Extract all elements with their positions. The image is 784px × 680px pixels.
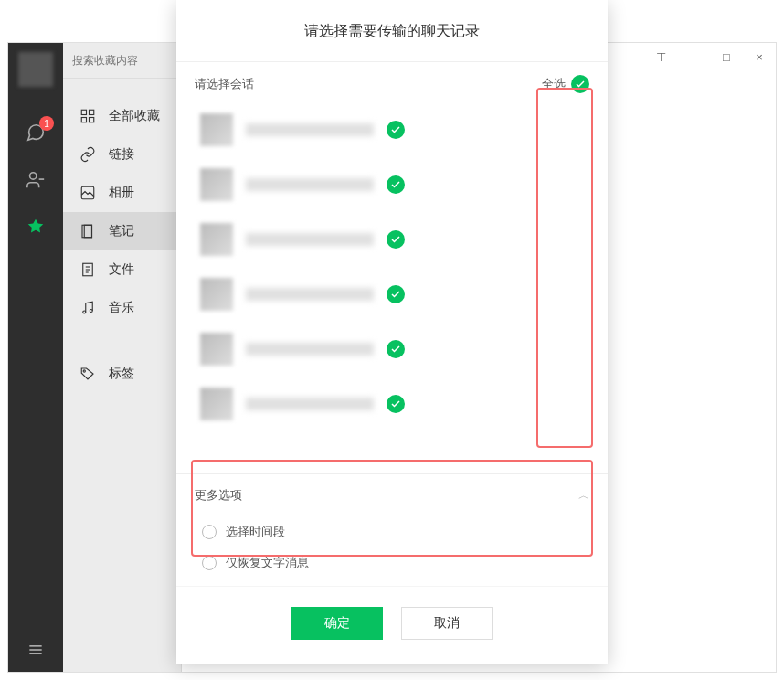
dialog-title: 请选择需要传输的聊天记录 — [176, 0, 608, 62]
nav-all-favorites[interactable]: 全部收藏 — [63, 97, 181, 135]
svg-rect-7 — [90, 118, 94, 122]
check-icon[interactable] — [387, 395, 405, 413]
select-all-label: 全选 — [542, 76, 566, 92]
nav-label: 全部收藏 — [109, 108, 160, 124]
nav-label: 音乐 — [109, 300, 134, 316]
confirm-button[interactable]: 确定 — [291, 607, 383, 640]
category-sidebar: 全部收藏 链接 相册 笔记 文件 音乐 — [63, 43, 182, 672]
menu-icon[interactable] — [26, 641, 45, 659]
svg-point-0 — [30, 173, 37, 179]
radio-icon — [202, 556, 217, 570]
svg-rect-6 — [81, 118, 86, 122]
nav-label: 链接 — [109, 146, 134, 163]
conversation-item[interactable] — [176, 322, 608, 377]
option-text-only[interactable]: 仅恢复文字消息 — [195, 547, 589, 579]
check-icon[interactable] — [387, 175, 405, 194]
chat-badge: 1 — [39, 116, 54, 131]
check-icon[interactable] — [387, 230, 405, 249]
search-box — [63, 43, 181, 79]
chat-icon[interactable]: 1 — [25, 122, 47, 143]
conversation-item[interactable] — [176, 157, 608, 212]
option-time-range[interactable]: 选择时间段 — [195, 516, 589, 547]
nav-files[interactable]: 文件 — [63, 250, 181, 289]
minimize-button[interactable]: — — [677, 43, 710, 70]
select-all-toggle[interactable]: 全选 — [542, 75, 589, 93]
conversation-name-blurred — [246, 288, 374, 301]
svg-rect-4 — [81, 110, 86, 114]
favorites-icon[interactable] — [25, 217, 47, 239]
conversation-name-blurred — [246, 398, 374, 410]
conversation-avatar — [200, 388, 233, 420]
conversation-name-blurred — [246, 178, 374, 191]
select-conversation-label: 请选择会话 — [195, 76, 254, 92]
option-label: 仅恢复文字消息 — [226, 555, 309, 571]
nav-label: 文件 — [109, 261, 134, 278]
conversation-avatar — [200, 223, 233, 256]
close-button[interactable]: × — [743, 43, 776, 70]
check-icon — [571, 75, 589, 93]
conversation-list — [176, 102, 608, 473]
check-icon[interactable] — [387, 340, 405, 358]
nav-label: 笔记 — [109, 223, 134, 239]
conversation-name-blurred — [246, 123, 374, 136]
nav-tags[interactable]: 标签 — [63, 355, 181, 393]
more-options-header[interactable]: 更多选项 ︿ — [195, 487, 589, 504]
conversation-avatar — [200, 333, 233, 366]
dialog-footer: 确定 取消 — [176, 586, 608, 664]
check-icon[interactable] — [387, 285, 405, 303]
cancel-button[interactable]: 取消 — [401, 607, 493, 640]
conversation-avatar — [200, 168, 233, 201]
radio-icon — [202, 525, 217, 539]
more-options-label: 更多选项 — [195, 487, 242, 504]
nav-album[interactable]: 相册 — [63, 174, 181, 212]
search-input[interactable] — [72, 50, 172, 70]
pin-button[interactable]: ⊤ — [644, 43, 677, 70]
chevron-up-icon: ︿ — [578, 488, 589, 504]
nav-label: 标签 — [109, 366, 134, 382]
nav-music[interactable]: 音乐 — [63, 289, 181, 327]
svg-point-17 — [83, 370, 85, 372]
nav-notes[interactable]: 笔记 — [63, 212, 181, 250]
maximize-button[interactable]: □ — [710, 43, 743, 70]
left-nav-bar: 1 — [8, 43, 63, 672]
conversation-avatar — [200, 278, 233, 311]
svg-rect-9 — [82, 225, 92, 238]
nav-links[interactable]: 链接 — [63, 135, 181, 174]
window-controls: ⊤ — □ × — [644, 43, 776, 70]
svg-rect-5 — [90, 110, 94, 114]
conversation-header: 请选择会话 全选 — [176, 62, 608, 102]
check-icon[interactable] — [387, 121, 405, 139]
contacts-icon[interactable] — [25, 169, 47, 191]
conversation-item[interactable] — [176, 267, 608, 322]
nav-label: 相册 — [109, 185, 134, 201]
svg-point-16 — [90, 310, 92, 313]
svg-rect-10 — [84, 225, 91, 238]
conversation-name-blurred — [246, 343, 374, 356]
conversation-avatar — [200, 113, 233, 146]
conversation-item[interactable] — [176, 377, 608, 431]
more-options-section: 更多选项 ︿ 选择时间段 仅恢复文字消息 — [176, 473, 608, 586]
transfer-dialog: 请选择需要传输的聊天记录 请选择会话 全选 — [176, 0, 608, 664]
user-avatar[interactable] — [18, 52, 53, 87]
conversation-item[interactable] — [176, 212, 608, 267]
conversation-name-blurred — [246, 233, 374, 246]
option-label: 选择时间段 — [226, 524, 285, 540]
svg-point-15 — [83, 311, 86, 313]
conversation-item[interactable] — [176, 102, 608, 157]
